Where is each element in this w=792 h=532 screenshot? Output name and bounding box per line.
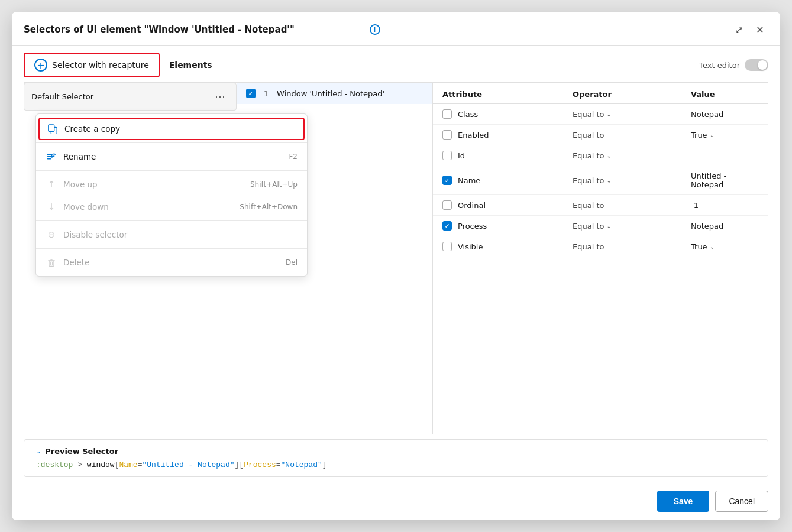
- plus-circle-icon: +: [34, 59, 47, 72]
- top-toolbar: + Selector with recapture Elements Text …: [12, 46, 780, 82]
- operator-cell-ordinal: Equal to: [573, 201, 691, 210]
- info-icon[interactable]: i: [370, 24, 380, 35]
- menu-item-move-up: ↑ Move up Shift+Alt+Up: [36, 173, 307, 196]
- attr-cell-ordinal: Ordinal: [442, 200, 573, 210]
- menu-item-move-down-left: ↓ Move down: [46, 201, 109, 213]
- attr-checkbox-process[interactable]: ✓: [442, 221, 452, 231]
- attr-checkbox-class[interactable]: [442, 109, 452, 119]
- attributes-header: Attribute Operator Value: [433, 85, 768, 104]
- selector-with-recapture-button[interactable]: + Selector with recapture: [24, 53, 160, 77]
- value-cell-visible: True ⌄: [691, 242, 759, 251]
- attr-name-process: Process: [458, 222, 487, 231]
- operator-label-name: Equal to: [573, 176, 604, 185]
- preview-code: :desktop > window[Name="Untitled - Notep…: [36, 460, 756, 469]
- operator-label-id: Equal to: [573, 151, 604, 160]
- operator-chevron-name: ⌄: [606, 177, 611, 184]
- value-cell-class: Notepad: [691, 110, 759, 119]
- attr-checkbox-id[interactable]: [442, 151, 452, 160]
- code-val-2: "Notepad": [281, 460, 322, 469]
- menu-item-rename[interactable]: Rename F2: [36, 145, 307, 168]
- selector-item[interactable]: Default Selector ⋯: [24, 83, 237, 111]
- move-up-icon: ↑: [46, 179, 57, 190]
- code-arrow: >: [73, 460, 86, 469]
- attr-cell-name: ✓ Name: [442, 176, 573, 185]
- main-panels: Default Selector ⋯ Create a copy: [24, 82, 768, 434]
- selector-recapture-label: Selector with recapture: [52, 60, 149, 70]
- trash-icon: [46, 257, 57, 268]
- value-cell-name: Untitled - Notepad: [691, 171, 759, 189]
- attr-rows-container: Class Equal to ⌄ Notepad Enabled Equal t…: [433, 104, 768, 257]
- attr-cell-enabled: Enabled: [442, 130, 573, 140]
- cancel-button[interactable]: Cancel: [715, 491, 768, 512]
- menu-item-delete-shortcut: Del: [286, 258, 298, 267]
- save-button[interactable]: Save: [657, 491, 710, 512]
- menu-item-move-up-shortcut: Shift+Alt+Up: [250, 180, 298, 189]
- attr-name-name: Name: [458, 176, 480, 185]
- code-val-1: "Untitled - Notepad": [142, 460, 234, 469]
- operator-cell-id: Equal to ⌄: [573, 151, 691, 160]
- code-window: window: [87, 460, 115, 469]
- expand-icon[interactable]: ⤢: [730, 21, 747, 38]
- menu-item-create-copy[interactable]: Create a copy: [38, 118, 305, 140]
- menu-item-move-up-left: ↑ Move up: [46, 179, 98, 190]
- value-text-ordinal: -1: [691, 201, 699, 210]
- preview-header[interactable]: ⌄ Preview Selector: [36, 447, 756, 456]
- preview-chevron-icon: ⌄: [36, 447, 41, 455]
- value-text-visible: True: [691, 242, 707, 251]
- attr-cell-id: Id: [442, 151, 573, 160]
- operator-label-enabled: Equal to: [573, 131, 604, 140]
- move-down-icon: ↓: [46, 201, 57, 213]
- operator-label-process: Equal to: [573, 222, 604, 231]
- attr-checkbox-enabled[interactable]: [442, 130, 452, 140]
- operator-cell-enabled: Equal to: [573, 131, 691, 140]
- menu-item-delete-label: Delete: [63, 258, 89, 267]
- menu-item-move-down: ↓ Move down Shift+Alt+Down: [36, 196, 307, 218]
- attr-cell-process: ✓ Process: [442, 221, 573, 231]
- code-open-bracket-2: [: [239, 460, 244, 469]
- svg-rect-5: [49, 261, 54, 267]
- menu-item-rename-label: Rename: [63, 152, 96, 161]
- value-text-name: Untitled - Notepad: [691, 171, 759, 189]
- element-row[interactable]: ✓ 1 Window 'Untitled - Notepad': [237, 83, 432, 104]
- element-checkbox[interactable]: ✓: [246, 89, 256, 98]
- three-dot-menu[interactable]: ⋯: [211, 89, 229, 104]
- operator-label-ordinal: Equal to: [573, 201, 604, 210]
- attr-name-visible: Visible: [458, 242, 483, 251]
- disable-icon: ⊖: [46, 229, 57, 241]
- attr-cell-class: Class: [442, 109, 573, 119]
- value-text-process: Notepad: [691, 222, 723, 231]
- rename-icon: [46, 151, 57, 163]
- menu-item-disable-selector: ⊖ Disable selector: [36, 223, 307, 246]
- attr-checkbox-ordinal[interactable]: [442, 200, 452, 210]
- text-editor-label: Text editor: [699, 61, 740, 70]
- menu-item-disable-left: ⊖ Disable selector: [46, 229, 127, 241]
- attr-checkbox-visible[interactable]: [442, 242, 452, 251]
- attr-row-visible: Visible Equal to True ⌄: [433, 236, 768, 257]
- attr-name-enabled: Enabled: [458, 131, 489, 140]
- attr-cell-visible: Visible: [442, 242, 573, 251]
- operator-chevron-process: ⌄: [606, 223, 611, 229]
- close-icon[interactable]: ✕: [752, 21, 768, 38]
- element-name: Window 'Untitled - Notepad': [277, 89, 384, 98]
- elements-label: Elements: [169, 60, 690, 70]
- copy-icon: [47, 123, 59, 135]
- code-eq-2: =: [276, 460, 281, 469]
- attr-row-enabled: Enabled Equal to True ⌄: [433, 125, 768, 145]
- selector-item-label: Default Selector: [31, 92, 93, 101]
- preview-label: Preview Selector: [45, 447, 118, 456]
- attr-name-class: Class: [458, 110, 478, 119]
- attr-row-ordinal: Ordinal Equal to -1: [433, 195, 768, 216]
- operator-cell-class: Equal to ⌄: [573, 110, 691, 119]
- separator-4: [36, 248, 307, 249]
- attr-name-ordinal: Ordinal: [458, 201, 486, 210]
- element-number: 1: [261, 89, 271, 98]
- preview-section: ⌄ Preview Selector :desktop > window[Nam…: [24, 439, 768, 477]
- menu-item-create-copy-label: Create a copy: [64, 124, 120, 134]
- attr-checkbox-name[interactable]: ✓: [442, 176, 452, 185]
- separator-1: [36, 142, 307, 143]
- text-editor-toggle[interactable]: [745, 59, 768, 71]
- svg-rect-4: [47, 158, 51, 160]
- menu-item-move-down-label: Move down: [63, 202, 109, 212]
- menu-item-delete: Delete Del: [36, 251, 307, 274]
- operator-chevron-id: ⌄: [606, 153, 611, 159]
